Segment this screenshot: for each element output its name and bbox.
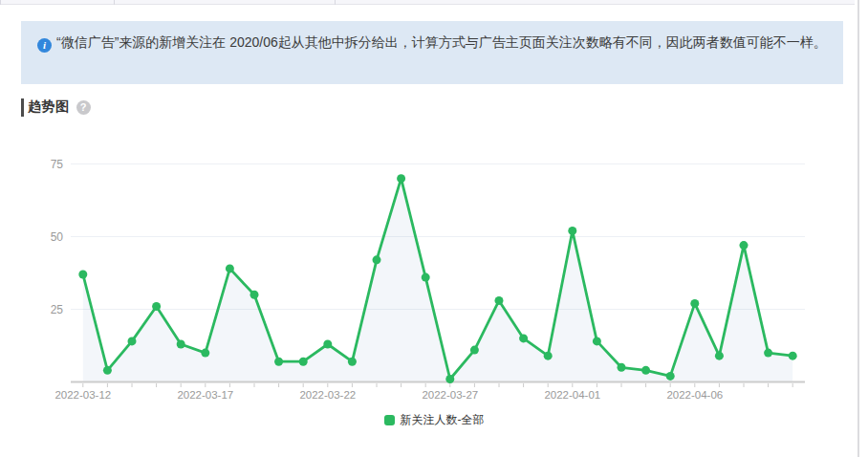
area-fill [83, 179, 792, 382]
data-point[interactable] [544, 352, 553, 360]
y-axis-label: 50 [51, 230, 64, 244]
data-point[interactable] [201, 349, 209, 358]
data-point[interactable] [495, 296, 504, 305]
x-axis-label: 2022-03-27 [422, 389, 478, 401]
data-point[interactable] [397, 174, 405, 183]
x-axis-label: 2022-04-06 [666, 389, 723, 401]
section-title: 趋势图 [28, 98, 70, 116]
data-point[interactable] [618, 363, 626, 372]
data-point[interactable] [103, 366, 112, 375]
trend-line-chart: 2550752022-03-122022-03-172022-03-222022… [0, 143, 868, 409]
x-axis-label: 2022-04-01 [544, 389, 600, 401]
data-point[interactable] [593, 337, 601, 345]
data-point[interactable] [373, 255, 381, 264]
table-column-divider [335, 0, 336, 5]
table-bottom-edge [0, 0, 855, 5]
data-point[interactable] [78, 271, 87, 279]
info-banner-text: “微信广告”来源的新增关注在 2020/06起从其他中拆分给出，计算方式与广告主… [56, 34, 827, 50]
x-axis-label: 2022-03-12 [54, 389, 111, 401]
section-header: 趋势图 ? [21, 97, 91, 118]
data-point[interactable] [764, 349, 772, 358]
data-point[interactable] [323, 339, 332, 348]
y-axis-label: 25 [51, 303, 64, 316]
scrollbar-track[interactable] [857, 0, 859, 457]
wechat-mp-analytics-page: i“微信广告”来源的新增关注在 2020/06起从其他中拆分给出，计算方式与广告… [0, 0, 868, 457]
data-point[interactable] [470, 346, 479, 355]
data-point[interactable] [152, 302, 161, 311]
data-point[interactable] [740, 241, 749, 250]
data-point[interactable] [715, 352, 724, 360]
help-icon[interactable]: ? [76, 100, 91, 115]
data-point[interactable] [666, 372, 675, 381]
table-column-divider [114, 0, 115, 5]
section-title-bar [21, 98, 24, 117]
data-point[interactable] [568, 227, 576, 235]
x-axis-label: 2022-03-17 [177, 389, 233, 401]
data-point[interactable] [177, 339, 185, 348]
data-point[interactable] [445, 375, 454, 383]
data-point[interactable] [348, 358, 357, 366]
data-point[interactable] [641, 366, 650, 375]
y-axis-label: 75 [51, 158, 64, 171]
data-point[interactable] [128, 337, 137, 345]
legend-label: 新关注人数-全部 [401, 412, 485, 428]
data-point[interactable] [789, 352, 797, 360]
table-column-divider [0, 0, 1, 5]
data-point[interactable] [226, 264, 234, 272]
data-point[interactable] [690, 299, 699, 308]
info-icon: i [37, 38, 52, 53]
data-point[interactable] [422, 273, 430, 282]
data-point[interactable] [250, 291, 259, 299]
legend-marker [384, 415, 395, 425]
legend-item[interactable]: 新关注人数-全部 [0, 412, 868, 428]
data-point[interactable] [299, 358, 308, 366]
x-axis-label: 2022-03-22 [299, 389, 356, 401]
data-point[interactable] [274, 358, 283, 366]
data-point[interactable] [519, 334, 528, 342]
info-banner: i“微信广告”来源的新增关注在 2020/06起从其他中拆分给出，计算方式与广告… [21, 21, 843, 84]
